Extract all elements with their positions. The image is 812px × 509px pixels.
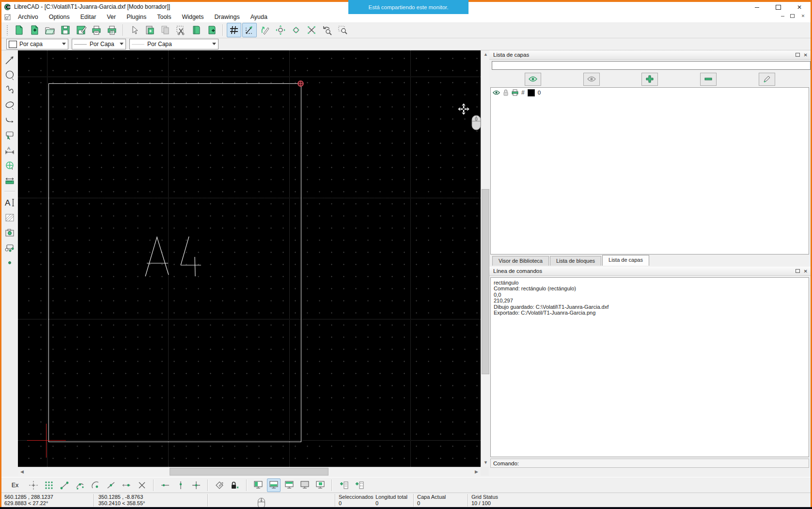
save-button[interactable] bbox=[58, 23, 73, 37]
block-tool[interactable] bbox=[3, 242, 16, 254]
layer-lock-icon[interactable] bbox=[503, 89, 509, 96]
open-button[interactable] bbox=[43, 23, 57, 37]
menu-options[interactable]: Options bbox=[44, 13, 75, 21]
drawing-canvas[interactable]: A 4 bbox=[18, 50, 481, 467]
close-button[interactable]: ✕ bbox=[792, 3, 807, 12]
grid-toggle-button[interactable] bbox=[227, 23, 241, 37]
dock-floating-button[interactable] bbox=[313, 478, 327, 492]
layer-construction-icon[interactable]: # bbox=[521, 89, 525, 96]
arc-tool[interactable] bbox=[3, 114, 16, 126]
close-panel-icon[interactable]: ✕ bbox=[804, 269, 808, 274]
scroll-right-arrow[interactable]: ▶ bbox=[475, 470, 478, 474]
lock-relative-zero-button[interactable] bbox=[228, 478, 242, 492]
dimension-tool[interactable]: A bbox=[3, 144, 16, 156]
scroll-down-arrow[interactable]: ▼ bbox=[484, 461, 488, 465]
hatch-tool[interactable] bbox=[3, 212, 16, 223]
command-input[interactable] bbox=[521, 460, 809, 467]
dock-area-top-button[interactable] bbox=[282, 478, 296, 492]
layer-row[interactable]: # 0 bbox=[491, 88, 809, 97]
hide-all-layers-button[interactable] bbox=[583, 73, 600, 86]
minimize-button[interactable] bbox=[750, 3, 764, 12]
cut-button[interactable] bbox=[173, 23, 188, 37]
pointer-button[interactable] bbox=[127, 23, 141, 37]
restrict-horizontal-button[interactable] bbox=[158, 478, 172, 492]
menu-drawings[interactable]: Drawings bbox=[209, 13, 245, 21]
layer-color-swatch[interactable] bbox=[528, 89, 535, 96]
snap-center-button[interactable] bbox=[89, 478, 102, 492]
curve-tool[interactable] bbox=[3, 84, 16, 96]
new-from-template-button[interactable] bbox=[27, 23, 42, 37]
layer-visible-icon[interactable] bbox=[493, 90, 500, 95]
scroll-left-arrow[interactable]: ◀ bbox=[20, 470, 24, 474]
line-width-combo[interactable]: Por Capa bbox=[72, 39, 126, 49]
text-tool[interactable]: A bbox=[3, 197, 16, 208]
paste-button[interactable] bbox=[142, 23, 157, 37]
toolbar-grip[interactable] bbox=[6, 25, 9, 35]
zoom-pan-button[interactable] bbox=[273, 23, 288, 37]
plus-form-button[interactable] bbox=[352, 478, 366, 492]
mdi-restore-button[interactable] bbox=[788, 13, 796, 19]
menu-ayuda[interactable]: Ayuda bbox=[245, 13, 273, 21]
zoom-auto-button[interactable] bbox=[304, 23, 319, 37]
dock-area-bottom-button[interactable] bbox=[298, 478, 312, 492]
tab-lista-de-capas[interactable]: Lista de capas bbox=[602, 255, 649, 266]
edit-layer-button[interactable] bbox=[759, 73, 775, 86]
snap-exclusive-button[interactable]: Ex bbox=[5, 477, 25, 493]
line-tool[interactable] bbox=[3, 54, 16, 66]
tab-visor-de-biblioteca[interactable]: Visor de Biblioteca bbox=[492, 256, 549, 266]
color-combo[interactable]: Por capa bbox=[6, 39, 68, 49]
menu-editar[interactable]: Editar bbox=[75, 13, 102, 21]
snap-intersection-button[interactable] bbox=[135, 478, 149, 492]
redraw-button[interactable] bbox=[258, 23, 272, 37]
image-tool[interactable] bbox=[3, 227, 16, 239]
layer-filter-input[interactable] bbox=[492, 61, 811, 70]
point-tool[interactable] bbox=[3, 257, 16, 269]
canvas-horizontal-scrollbar[interactable]: ◀ ▶ bbox=[18, 467, 481, 476]
vertical-scroll-thumb[interactable] bbox=[482, 189, 489, 374]
zoom-in-button[interactable] bbox=[289, 23, 303, 37]
mdi-close-button[interactable]: ✕ bbox=[799, 13, 807, 19]
circle-tool[interactable] bbox=[3, 69, 16, 81]
remove-layer-button[interactable] bbox=[700, 73, 717, 86]
save-as-button[interactable] bbox=[74, 23, 88, 37]
menu-widgets[interactable]: Widgets bbox=[176, 13, 209, 21]
horizontal-scroll-thumb[interactable] bbox=[170, 468, 328, 476]
copy-button[interactable] bbox=[158, 23, 172, 37]
select-tool[interactable] bbox=[3, 129, 16, 141]
scroll-up-arrow[interactable]: ▲ bbox=[484, 52, 488, 57]
snap-middle-button[interactable] bbox=[104, 478, 118, 492]
mdi-minimize-button[interactable] bbox=[779, 13, 787, 19]
set-relative-zero-button[interactable] bbox=[213, 478, 226, 492]
snap-endpoint-button[interactable] bbox=[58, 478, 71, 492]
dock-area-left-button[interactable] bbox=[251, 478, 265, 492]
close-panel-icon[interactable]: ✕ bbox=[804, 52, 808, 58]
snap-entity-button[interactable] bbox=[73, 478, 87, 492]
line-type-combo[interactable]: Por Capa bbox=[129, 39, 219, 49]
canvas-vertical-scrollbar[interactable]: ▲ ▼ bbox=[481, 50, 489, 467]
restore-button[interactable] bbox=[771, 3, 785, 12]
snap-distance-button[interactable] bbox=[120, 478, 133, 492]
menu-plugins[interactable]: Plugins bbox=[121, 13, 152, 21]
tab-lista-de-bloques[interactable]: Lista de bloques bbox=[550, 256, 601, 266]
restrict-vertical-button[interactable] bbox=[174, 478, 187, 492]
print-button[interactable] bbox=[89, 23, 104, 37]
modify-tool[interactable] bbox=[3, 159, 16, 171]
menu-archivo[interactable]: Archivo bbox=[13, 13, 44, 21]
menu-ver[interactable]: Ver bbox=[101, 13, 121, 21]
plus-list-button[interactable] bbox=[337, 478, 350, 492]
ellipse-tool[interactable] bbox=[3, 99, 16, 111]
command-history[interactable]: rectángulo Command: rectángulo (rectángu… bbox=[490, 277, 809, 457]
snap-grid-button[interactable] bbox=[42, 478, 56, 492]
show-all-layers-button[interactable] bbox=[525, 73, 541, 86]
new-drawing-button[interactable] bbox=[12, 23, 26, 37]
dock-area-right-button[interactable] bbox=[267, 478, 281, 492]
restrict-orthogonal-button[interactable] bbox=[189, 478, 203, 492]
zoom-previous-button[interactable] bbox=[320, 23, 334, 37]
menu-tools[interactable]: Tools bbox=[152, 13, 176, 21]
zoom-window-button[interactable] bbox=[335, 23, 350, 37]
info-tool[interactable] bbox=[3, 175, 16, 186]
print-preview-button[interactable] bbox=[105, 23, 119, 37]
layer-print-icon[interactable] bbox=[512, 89, 518, 96]
float-panel-icon[interactable] bbox=[796, 269, 800, 273]
add-layer-button[interactable] bbox=[641, 73, 658, 86]
